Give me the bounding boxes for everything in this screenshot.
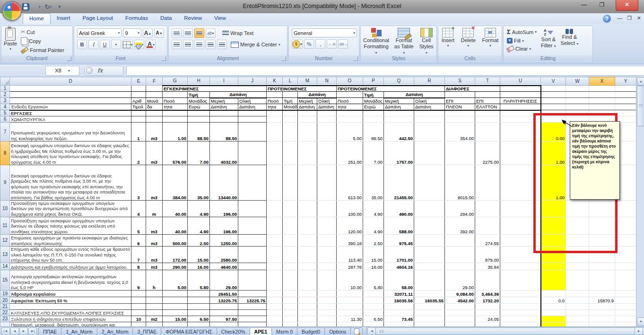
- cell-S19[interactable]: 9,084.00: [445, 291, 475, 297]
- name-box-dropdown-arrow[interactable]: ▾: [68, 69, 70, 73]
- cell-Q15[interactable]: 58.00: [384, 270, 414, 291]
- cell-O14[interactable]: 287.76: [337, 263, 363, 270]
- row-header-12[interactable]: 12: [0, 235, 10, 247]
- cell-I11[interactable]: 196.00: [210, 217, 238, 235]
- cell-S13[interactable]: [445, 247, 475, 263]
- row-header-2[interactable]: 2: [0, 92, 10, 98]
- cell-V3[interactable]: [541, 98, 566, 104]
- cell-M2[interactable]: Δαπάνη: [298, 92, 337, 98]
- cell-K22[interactable]: [267, 310, 283, 316]
- cell-Q9[interactable]: 21455.00: [384, 165, 414, 201]
- cell-F23[interactable]: m2: [146, 316, 163, 322]
- ribbon-tab-review[interactable]: Review: [178, 13, 208, 24]
- cell-R5[interactable]: [414, 110, 445, 116]
- bottom-align-button[interactable]: [194, 28, 204, 38]
- cell-W2[interactable]: [566, 92, 589, 98]
- cell-Q8[interactable]: 1757.00: [384, 141, 414, 165]
- cell-Q6[interactable]: [384, 116, 414, 123]
- cell-I9[interactable]: 13440.00: [210, 165, 238, 201]
- cell-E3[interactable]: Αριθ: [131, 98, 146, 104]
- cell-S12[interactable]: [445, 235, 475, 247]
- cell-K4[interactable]: τητα: [267, 104, 283, 110]
- cell-D11[interactable]: Προσαύξηση τιμών εκσκαφών ορυγμάτων υπογ…: [10, 217, 131, 235]
- cell-L4[interactable]: Μονάδο: [283, 104, 298, 110]
- column-header-R[interactable]: R: [414, 77, 445, 86]
- ribbon-tab-data[interactable]: Data: [154, 13, 178, 24]
- sheet-tab-Msrm-0[interactable]: Msrm 0: [271, 327, 297, 335]
- cell-H19[interactable]: [188, 291, 210, 297]
- cut-button[interactable]: ✂Cut: [19, 28, 66, 35]
- workbook-minimize-button[interactable]: —: [617, 15, 622, 21]
- cell-P8[interactable]: 7.00: [363, 141, 384, 165]
- cell-T14[interactable]: 35.84: [475, 263, 500, 270]
- cell-S24[interactable]: 4.51: [445, 322, 475, 326]
- column-header-D[interactable]: D: [10, 77, 131, 86]
- cell-Y20[interactable]: [615, 297, 636, 304]
- clear-button[interactable]: Clear▾: [505, 45, 538, 52]
- cell-O21[interactable]: [337, 304, 363, 310]
- cell-Q2[interactable]: Δαπάνη: [384, 92, 445, 98]
- cell-K21[interactable]: [267, 304, 283, 310]
- cell-I19[interactable]: 26451.50: [210, 291, 238, 297]
- cell-L24[interactable]: [283, 322, 298, 326]
- cell-I22[interactable]: [210, 310, 238, 316]
- cell-J10[interactable]: [238, 201, 267, 217]
- cell-N3[interactable]: Ολική: [317, 98, 337, 104]
- cell-M3[interactable]: Μερική: [298, 98, 317, 104]
- wrap-text-button[interactable]: Wrap Text: [221, 30, 255, 36]
- cell-F13[interactable]: m3: [146, 247, 163, 263]
- cell-T2[interactable]: [475, 92, 500, 98]
- cell-X20[interactable]: 15870.9: [589, 297, 615, 304]
- cell-R20[interactable]: 16035.55: [414, 297, 445, 304]
- cell-F1[interactable]: [146, 86, 163, 92]
- cell-H14[interactable]: 16.00: [188, 263, 210, 270]
- cell-M19[interactable]: [298, 291, 317, 297]
- cell-T4[interactable]: ΕΛΑΤΤΟΝ: [475, 104, 500, 110]
- row-header-5[interactable]: 5: [0, 110, 10, 116]
- row-header-20[interactable]: 20: [0, 297, 10, 304]
- office-button[interactable]: [2, 1, 22, 21]
- cell-D24[interactable]: Παραγωγή, μεταφορά, διάστρωση, συμπύκνωσ…: [10, 322, 131, 326]
- cell-J5[interactable]: [238, 110, 267, 116]
- cell-H23[interactable]: 6.50: [188, 316, 210, 322]
- cell-P21[interactable]: [363, 304, 384, 310]
- horizontal-scrollbar-thumb[interactable]: [375, 327, 644, 335]
- font-name-combo[interactable]: Arial Greek▾: [77, 28, 122, 37]
- sort-filter-button[interactable]: AZ Sort &Filter ▾: [540, 29, 557, 48]
- cell-M9[interactable]: [298, 165, 317, 201]
- cell-V24[interactable]: [541, 322, 566, 326]
- prev-sheet-button[interactable]: ◄: [10, 327, 19, 335]
- cell-R11[interactable]: [414, 217, 445, 235]
- cell-F12[interactable]: m3: [146, 235, 163, 247]
- scroll-left-arrow[interactable]: ◄: [367, 327, 376, 335]
- column-header-X[interactable]: X: [589, 77, 615, 86]
- column-header-K[interactable]: K: [267, 77, 283, 86]
- cell-J9[interactable]: [238, 165, 267, 201]
- cell-L11[interactable]: [283, 217, 298, 235]
- cell-R19[interactable]: [414, 291, 445, 297]
- cell-T20[interactable]: 1732.20: [475, 297, 500, 304]
- cell-D10[interactable]: Προσαύξηση τιμών εκσκαφών ορυγμάτων υπογ…: [10, 201, 131, 217]
- cell-F4[interactable]: δα: [146, 104, 163, 110]
- cell-M13[interactable]: [298, 247, 317, 263]
- cell-N9[interactable]: [317, 165, 337, 201]
- cell-Y11[interactable]: [615, 217, 636, 235]
- top-align-button[interactable]: [172, 28, 182, 38]
- paste-button[interactable]: Paste▾: [1, 26, 19, 55]
- cell-G5[interactable]: [163, 110, 188, 116]
- cell-H3[interactable]: Μονάδος: [188, 98, 210, 104]
- cell-E22[interactable]: [131, 310, 146, 316]
- decrease-indent-button[interactable]: [206, 40, 216, 49]
- cell-I14[interactable]: 4640.00: [210, 263, 238, 270]
- cell-D6[interactable]: ΧΩΜΑΤΟΥΡΓΙΚΑ: [10, 116, 131, 123]
- cell-W20[interactable]: [566, 297, 589, 304]
- cell-Q21[interactable]: [384, 304, 414, 310]
- cell-I12[interactable]: 1250.00: [210, 235, 238, 247]
- cell-N10[interactable]: [317, 201, 337, 217]
- cell-H9[interactable]: 35.00: [188, 165, 210, 201]
- cell-J22[interactable]: [238, 310, 267, 316]
- next-sheet-button[interactable]: ►: [19, 327, 28, 335]
- autosum-button[interactable]: ΣAutoSum▾: [505, 28, 538, 36]
- cell-E23[interactable]: 10: [131, 316, 146, 322]
- cell-T15[interactable]: [475, 270, 500, 291]
